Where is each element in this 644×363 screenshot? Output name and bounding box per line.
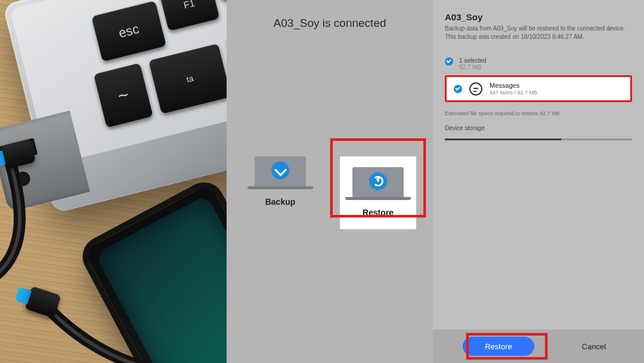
estimated-space: Estimated file space required to restore…: [445, 110, 632, 116]
messages-detail: 847 items / 92.7 MB: [490, 90, 537, 96]
backup-device-icon: [255, 156, 306, 186]
messages-checkbox[interactable]: [454, 85, 462, 93]
selected-size: 92.7 MB: [459, 64, 487, 70]
backup-label: Backup: [242, 197, 318, 207]
cancel-button[interactable]: Cancel: [558, 337, 630, 356]
backup-tile[interactable]: Backup: [242, 156, 318, 207]
connected-title: A03_Soy is connected: [227, 17, 433, 30]
restore-tile[interactable]: Restore: [340, 156, 416, 229]
restore-device-icon: [352, 167, 404, 197]
messages-icon: [469, 82, 482, 96]
device-storage-label: Device storage: [445, 125, 632, 131]
selected-summary: 1 selected 92.7 MB: [445, 57, 632, 70]
restore-footer: Restore Cancel: [433, 330, 644, 363]
restore-panel: A03_Soy Backup data from A03_Soy will be…: [433, 0, 644, 363]
selected-count: 1 selected: [459, 57, 487, 64]
audio-jack: [14, 170, 32, 187]
restore-title: A03_Soy: [445, 12, 632, 22]
download-icon: [271, 162, 289, 180]
messages-name: Messages: [490, 82, 537, 89]
restore-subtitle: Backup data from A03_Soy will be restore…: [445, 24, 632, 41]
messages-item[interactable]: Messages 847 items / 92.7 MB: [445, 75, 632, 102]
connection-panel: A03_Soy is connected Backup Restore: [227, 0, 433, 363]
photo-panel: esc F1 ☼ ~ ta 1: [0, 0, 227, 363]
restore-label: Restore: [348, 208, 408, 217]
check-icon: [445, 57, 453, 66]
device-storage-bar: [445, 139, 632, 140]
refresh-icon: [369, 173, 387, 190]
restore-button[interactable]: Restore: [463, 337, 534, 356]
